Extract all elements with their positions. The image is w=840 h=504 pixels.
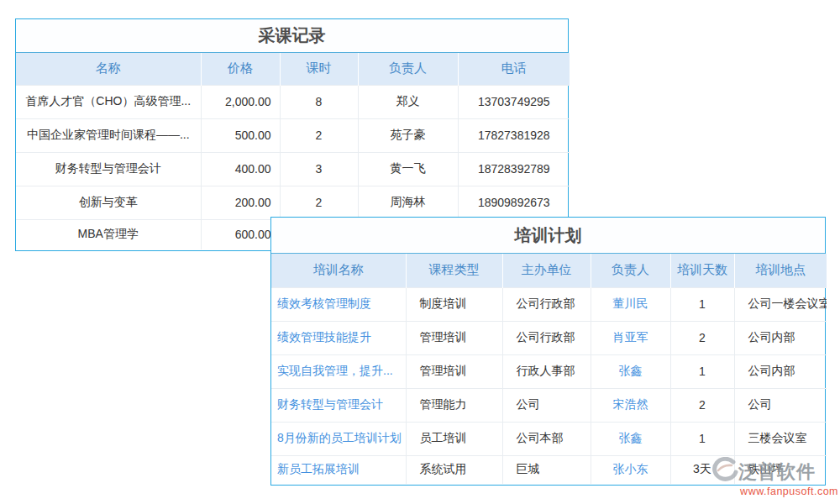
owner-cell: 黄一飞 xyxy=(358,152,458,186)
training-name-link[interactable]: 实现自我管理，提升... xyxy=(271,354,406,388)
owner-cell: 郑义 xyxy=(358,85,458,118)
organizer-cell: 公司行政部 xyxy=(502,287,591,321)
owner-cell: 周海林 xyxy=(358,186,458,219)
course-type-cell: 制度培训 xyxy=(406,287,502,321)
owner-link[interactable]: 张鑫 xyxy=(591,354,670,388)
price-cell: 600.00 xyxy=(201,219,280,249)
column-header-course-name: 名称 xyxy=(16,53,201,85)
hours-cell: 3 xyxy=(280,152,358,186)
owner-link[interactable]: 宋浩然 xyxy=(591,388,670,422)
column-header-organizer: 主办单位 xyxy=(502,254,591,287)
training-name-link[interactable]: 绩效考核管理制度 xyxy=(271,287,406,321)
table-row: 8月份新的员工培训计划员工培训公司本部张鑫1三楼会议室 xyxy=(271,422,827,455)
organizer-cell: 巨城 xyxy=(502,455,591,484)
price-cell: 2,000.00 xyxy=(201,85,280,118)
column-header-training-name: 培训名称 xyxy=(271,254,406,287)
price-cell: 400.00 xyxy=(201,152,280,186)
training-name-link[interactable]: 8月份新的员工培训计划 xyxy=(271,422,406,455)
table-row: 实现自我管理，提升...管理培训行政人事部张鑫1公司内部 xyxy=(271,354,827,388)
owner-link[interactable]: 张小东 xyxy=(591,455,670,484)
hours-cell: 8 xyxy=(280,85,358,118)
hours-cell: 2 xyxy=(280,118,358,152)
days-cell: 3天 xyxy=(670,455,734,484)
location-cell: 公司内部 xyxy=(734,354,827,388)
course-name-cell: MBA管理学 xyxy=(16,219,201,249)
owner-link[interactable]: 肖亚军 xyxy=(591,321,670,354)
location-cell: 公司内部 xyxy=(734,321,827,354)
days-cell: 1 xyxy=(670,422,734,455)
training-name-link[interactable]: 财务转型与管理会计 xyxy=(271,388,406,422)
phone-cell: 17827381928 xyxy=(458,118,570,152)
training-name-link[interactable]: 新员工拓展培训 xyxy=(271,455,406,484)
table-row: 中国企业家管理时间课程——...500.002苑子豪17827381928 xyxy=(16,118,570,152)
training-name-link[interactable]: 绩效管理技能提升 xyxy=(271,321,406,354)
hours-cell: 2 xyxy=(280,186,358,219)
page-canvas: 采课记录 名称价格课时负责人电话 首席人才官（CHO）高级管理...2,000.… xyxy=(0,0,840,504)
column-header-price: 价格 xyxy=(201,53,280,85)
course-type-cell: 员工培训 xyxy=(406,422,502,455)
column-header-course-type: 课程类型 xyxy=(406,254,502,287)
table-row: 绩效考核管理制度制度培训公司行政部董川民1公司一楼会议室 xyxy=(271,287,827,321)
course-name-cell: 创新与变革 xyxy=(16,186,201,219)
table-row: 财务转型与管理会计管理能力公司宋浩然2公司 xyxy=(271,388,827,422)
column-header-hours: 课时 xyxy=(280,53,358,85)
column-header-owner: 负责人 xyxy=(358,53,458,85)
course-type-cell: 管理培训 xyxy=(406,321,502,354)
training-plan-title: 培训计划 xyxy=(271,218,825,254)
table-row: 新员工拓展培训系统试用巨城张小东3天铁山坪 xyxy=(271,455,827,484)
table-row: 财务转型与管理会计400.003黄一飞18728392789 xyxy=(16,152,570,186)
column-header-phone: 电话 xyxy=(458,53,570,85)
days-cell: 1 xyxy=(670,287,734,321)
owner-cell: 苑子豪 xyxy=(358,118,458,152)
days-cell: 1 xyxy=(670,354,734,388)
purchase-records-title: 采课记录 xyxy=(16,19,568,53)
organizer-cell: 公司 xyxy=(502,388,591,422)
price-cell: 200.00 xyxy=(201,186,280,219)
watermark-url-text: www.fanpusoft.com xyxy=(708,486,838,497)
header-row: 名称价格课时负责人电话 xyxy=(16,53,570,85)
organizer-cell: 公司本部 xyxy=(502,422,591,455)
location-cell: 三楼会议室 xyxy=(734,422,827,455)
course-name-cell: 中国企业家管理时间课程——... xyxy=(16,118,201,152)
owner-link[interactable]: 董川民 xyxy=(591,287,670,321)
course-type-cell: 系统试用 xyxy=(406,455,502,484)
course-type-cell: 管理能力 xyxy=(406,388,502,422)
price-cell: 500.00 xyxy=(201,118,280,152)
table-row: 绩效管理技能提升管理培训公司行政部肖亚军2公司内部 xyxy=(271,321,827,354)
location-cell: 铁山坪 xyxy=(734,455,827,484)
course-type-cell: 管理培训 xyxy=(406,354,502,388)
course-name-cell: 首席人才官（CHO）高级管理... xyxy=(16,85,201,118)
phone-cell: 13703749295 xyxy=(458,85,570,118)
training-plan-table: 培训计划 培训名称课程类型主办单位负责人培训天数培训地点 绩效考核管理制度制度培… xyxy=(270,217,826,486)
training-plan-grid: 培训名称课程类型主办单位负责人培训天数培训地点 绩效考核管理制度制度培训公司行政… xyxy=(271,254,827,484)
column-header-location: 培训地点 xyxy=(734,254,827,287)
column-header-owner: 负责人 xyxy=(591,254,670,287)
location-cell: 公司一楼会议室 xyxy=(734,287,827,321)
table-row: 首席人才官（CHO）高级管理...2,000.008郑义13703749295 xyxy=(16,85,570,118)
days-cell: 2 xyxy=(670,321,734,354)
phone-cell: 18728392789 xyxy=(458,152,570,186)
organizer-cell: 行政人事部 xyxy=(502,354,591,388)
header-row: 培训名称课程类型主办单位负责人培训天数培训地点 xyxy=(271,254,827,287)
location-cell: 公司 xyxy=(734,388,827,422)
course-name-cell: 财务转型与管理会计 xyxy=(16,152,201,186)
days-cell: 2 xyxy=(670,388,734,422)
owner-link[interactable]: 张鑫 xyxy=(591,422,670,455)
organizer-cell: 公司行政部 xyxy=(502,321,591,354)
column-header-days: 培训天数 xyxy=(670,254,734,287)
table-row: 创新与变革200.002周海林18909892673 xyxy=(16,186,570,219)
phone-cell: 18909892673 xyxy=(458,186,570,219)
